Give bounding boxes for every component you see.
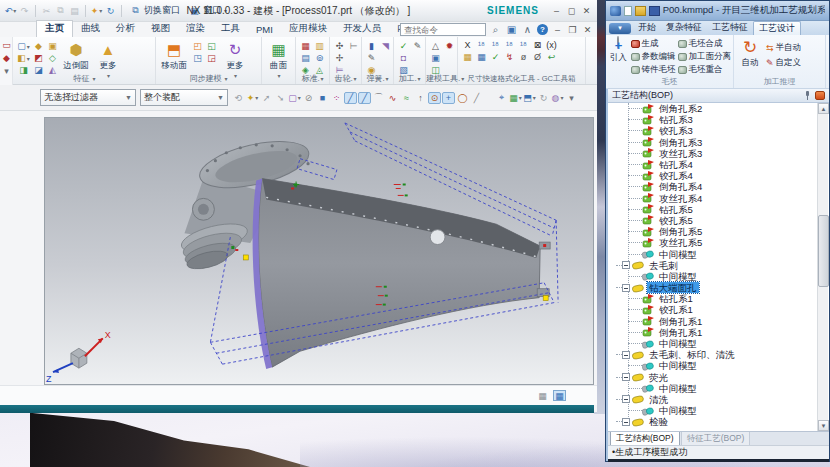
km-button-生成[interactable]: 生成 xyxy=(631,38,676,50)
tree-item-倒角孔系3[interactable]: 倒角孔系3 xyxy=(608,137,829,148)
bop-panel-header[interactable]: 工艺结构(BOP) xyxy=(608,89,829,103)
dim-3-icon[interactable]: ¹⁸ xyxy=(503,39,516,51)
redo-icon[interactable]: ↷ xyxy=(18,5,31,17)
tab-PMI[interactable]: PMI xyxy=(248,23,281,37)
doc-minimize-button[interactable]: – xyxy=(551,24,564,36)
curve-tool-icon[interactable]: ▾ xyxy=(0,65,13,77)
cross-icon[interactable]: + xyxy=(442,92,455,104)
vector-icon[interactable]: ↑ xyxy=(414,92,427,104)
rect-select-icon[interactable]: ▢▾ xyxy=(288,92,301,104)
extrude-icon[interactable]: ▢▾ xyxy=(17,40,30,52)
minimize-ribbon-icon[interactable]: ∧ xyxy=(521,24,534,35)
doc-close-button[interactable]: ✕ xyxy=(581,24,594,36)
revolve-icon[interactable]: ◆ xyxy=(32,40,45,52)
dim-4-icon[interactable]: ¹⁸ xyxy=(517,39,530,51)
tab-应用模块[interactable]: 应用模块 xyxy=(281,21,335,37)
dim-1-icon[interactable]: ¹⁸ xyxy=(475,39,488,51)
km-button-参数编辑[interactable]: 参数编辑 xyxy=(631,51,676,63)
help-icon[interactable]: ? xyxy=(537,24,548,35)
tree-item-铰孔系3[interactable]: 铰孔系3 xyxy=(608,125,829,136)
bolt-icon[interactable]: ⊚ xyxy=(313,52,326,64)
undo-icon[interactable]: ↶▾ xyxy=(4,5,17,17)
tab-开发人员[interactable]: 开发人员 xyxy=(335,21,389,37)
tree-item-中间模型[interactable]: 中间模型 xyxy=(608,338,829,349)
stamp2-icon[interactable]: ◘ xyxy=(397,52,410,64)
tab-开始[interactable]: 开始 xyxy=(633,21,661,35)
tree-item-荧光[interactable]: 荧光 xyxy=(608,372,829,383)
tab-主页[interactable]: 主页 xyxy=(36,20,73,37)
tree-item-倒角孔系5[interactable]: 倒角孔系5 xyxy=(608,226,829,237)
tab-视图[interactable]: 视图 xyxy=(143,21,178,37)
dia1-icon[interactable]: ø xyxy=(517,51,530,63)
tree-item-铰孔系5[interactable]: 铰孔系5 xyxy=(608,215,829,226)
fmt-check-icon[interactable]: ✓ xyxy=(489,51,502,63)
gear2-icon[interactable]: ✢ xyxy=(333,52,346,64)
arrow-ne-icon[interactable]: ➚ xyxy=(260,92,273,104)
km-button-毛坯合成[interactable]: 毛坯合成 xyxy=(678,38,732,50)
tree-item-倒角孔系2[interactable]: 倒角孔系2 xyxy=(608,103,829,114)
tree-item-中间模型[interactable]: 中间模型 xyxy=(608,405,829,416)
nx-title-bar[interactable]: ↶▾↷✂⧉▤✦▾↻ ⧉ 切换窗口 ▣ 窗口▾ NX 11.0.0.33 - 建模… xyxy=(0,0,597,22)
km-title-bar[interactable]: P00.kmmpd - 开目三维机加工艺规划系 xyxy=(606,1,829,21)
tab-工具[interactable]: 工具 xyxy=(213,21,248,37)
surface-button[interactable]: ▦ 曲面▾ xyxy=(265,39,292,80)
collapse-box-icon[interactable] xyxy=(622,284,630,292)
tab-渲染[interactable]: 渲染 xyxy=(178,21,213,37)
search-icon[interactable]: ⌕ xyxy=(489,24,502,36)
collapse-box-icon[interactable] xyxy=(622,351,630,359)
note-icon[interactable]: ✎ xyxy=(411,40,424,52)
fmt2-icon[interactable]: ▦ xyxy=(475,51,488,63)
panel-close-icon[interactable] xyxy=(815,91,825,100)
graphics-viewport[interactable]: X Z xyxy=(44,117,594,385)
auto-button[interactable]: ↻ 自动 xyxy=(736,37,764,77)
slash-icon[interactable]: ╱ xyxy=(470,92,483,104)
dim-2-icon[interactable]: ¹⁸ xyxy=(489,39,502,51)
switch-window-button[interactable]: ⧉ 切换窗口 xyxy=(125,3,184,18)
tree-item-倒角孔系1[interactable]: 倒角孔系1 xyxy=(608,316,829,327)
check-icon[interactable]: ✓ xyxy=(397,40,410,52)
window-button[interactable]: ▣ 窗口▾ xyxy=(184,3,231,18)
maximize-button[interactable]: ◻ xyxy=(565,5,578,17)
datum-icon[interactable]: ◆ xyxy=(0,52,13,64)
new-file-icon[interactable] xyxy=(624,6,632,16)
scatter-icon[interactable]: ⁘ xyxy=(330,92,343,104)
pin-icon[interactable] xyxy=(804,91,811,100)
replace-face-icon[interactable]: ◳ xyxy=(191,52,204,64)
view-icon[interactable]: ▣ xyxy=(429,52,442,64)
collapse-box-icon[interactable] xyxy=(622,395,630,403)
paste-icon[interactable]: ▤ xyxy=(68,5,81,17)
tree-item-去毛刺、标印、清洗[interactable]: 去毛刺、标印、清洗 xyxy=(608,349,829,360)
center-icon[interactable]: ⊙ xyxy=(428,92,441,104)
save-icon[interactable] xyxy=(649,6,660,16)
tab-复杂特征[interactable]: 复杂特征 xyxy=(661,21,707,35)
curve-snap-icon[interactable]: ≈ xyxy=(400,92,413,104)
tree-item-中间模型[interactable]: 中间模型 xyxy=(608,248,829,259)
import-button[interactable]: 引入 xyxy=(608,37,629,77)
km-button-铸件毛坯[interactable]: 铸件毛坯 xyxy=(631,64,676,76)
cut-icon[interactable]: ✂ xyxy=(40,5,53,17)
tree-item-攻丝孔系4[interactable]: 攻丝孔系4 xyxy=(608,193,829,204)
sketch-icon[interactable]: ▭ xyxy=(0,39,13,51)
endpoint-icon[interactable]: ╱ xyxy=(344,92,357,104)
tab-分析[interactable]: 分析 xyxy=(108,21,143,37)
cube-snap-icon[interactable]: ■ xyxy=(316,92,329,104)
gear1-icon[interactable]: ✣ xyxy=(333,40,346,52)
km-button-毛坯重合[interactable]: 毛坯重合 xyxy=(678,64,732,76)
zoom-window-icon[interactable]: ⌖ xyxy=(495,92,508,104)
tab-工艺特征[interactable]: 工艺特征 xyxy=(707,21,753,35)
tree-item-钻孔系4[interactable]: 钻孔系4 xyxy=(608,159,829,170)
triangle-icon[interactable]: △ xyxy=(429,40,442,52)
tree-item-钻孔系5[interactable]: 钻孔系5 xyxy=(608,204,829,215)
tree-item-中间模型[interactable]: 中间模型 xyxy=(608,383,829,394)
render-style-icon[interactable]: ◍▾ xyxy=(551,92,564,104)
no-snap-icon[interactable]: ⊘ xyxy=(302,92,315,104)
arrow-se-icon[interactable]: ➘ xyxy=(274,92,287,104)
delete-face-icon[interactable]: ◲ xyxy=(205,52,218,64)
selection-filter-dropdown[interactable]: 无选择过滤器▼ xyxy=(40,89,136,106)
tab-工艺设计[interactable]: 工艺设计 xyxy=(753,21,801,35)
tree-item-钻孔系3[interactable]: 钻孔系3 xyxy=(608,114,829,125)
tree-item-中间模型[interactable]: 中间模型 xyxy=(608,271,829,282)
km-button-加工面分离[interactable]: 加工面分离 xyxy=(678,51,732,63)
collapse-box-icon[interactable] xyxy=(622,261,630,269)
draft-icon[interactable]: ◇ xyxy=(46,52,59,64)
